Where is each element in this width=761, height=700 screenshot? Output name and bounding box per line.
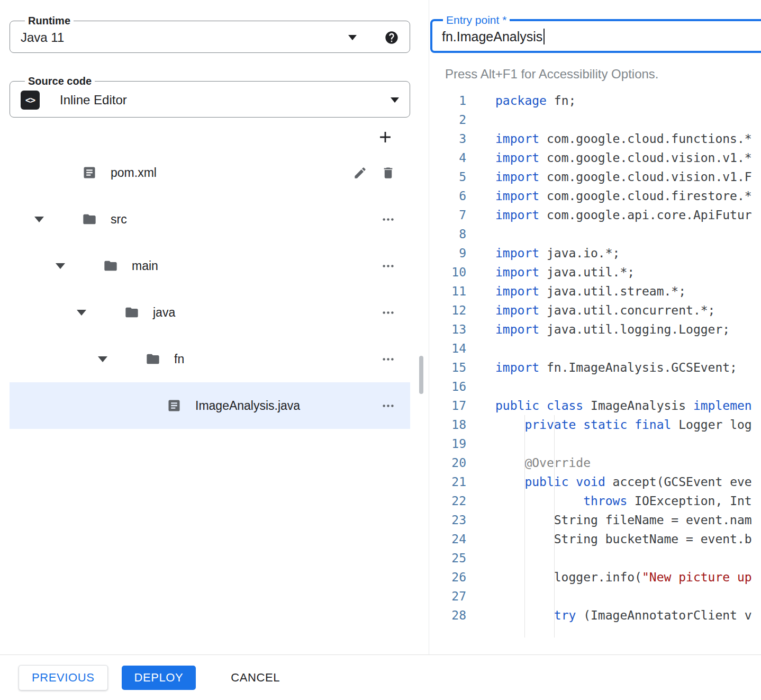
code-line: 12import java.util.concurrent.*; bbox=[429, 301, 761, 320]
entry-point-input[interactable]: fn.ImageAnalysis bbox=[442, 29, 542, 44]
tree-row-imageanalysis-java[interactable]: ImageAnalysis.java bbox=[10, 382, 410, 429]
runtime-value[interactable]: Java 11 bbox=[21, 30, 348, 45]
line-number: 1 bbox=[429, 91, 466, 110]
line-number: 22 bbox=[429, 491, 466, 510]
source-panel: Runtime Java 11 Source code <> Inline Ed… bbox=[0, 0, 429, 654]
help-icon[interactable] bbox=[384, 30, 399, 45]
line-number: 17 bbox=[429, 396, 466, 415]
expand-arrow-icon[interactable] bbox=[34, 217, 44, 222]
folder-icon bbox=[146, 352, 160, 366]
expand-arrow-icon[interactable] bbox=[77, 310, 86, 316]
more-options-icon[interactable] bbox=[381, 212, 395, 227]
edit-icon[interactable] bbox=[353, 166, 367, 180]
code-line: 14 bbox=[429, 339, 761, 358]
line-number: 19 bbox=[429, 434, 466, 453]
line-number: 5 bbox=[429, 167, 466, 186]
code-line: 8 bbox=[429, 225, 761, 244]
code-line: 2 bbox=[429, 110, 761, 129]
code-line: 1package fn; bbox=[429, 91, 761, 110]
code-line: 24 String bucketName = event.b bbox=[429, 530, 761, 549]
code-line: 13import java.util.logging.Logger; bbox=[429, 320, 761, 339]
previous-button[interactable]: PREVIOUS bbox=[19, 665, 108, 690]
text-cursor bbox=[543, 29, 545, 44]
line-number: 3 bbox=[429, 129, 466, 148]
tree-item-label: main bbox=[132, 259, 158, 273]
file-icon bbox=[167, 398, 182, 413]
line-number: 6 bbox=[429, 186, 466, 205]
action-bar: PREVIOUS DEPLOY CANCEL bbox=[0, 654, 761, 700]
chevron-down-icon[interactable] bbox=[348, 35, 357, 40]
tree-row-pom-xml[interactable]: pom.xml bbox=[10, 149, 410, 196]
inline-editor-icon: <> bbox=[21, 91, 40, 110]
code-line: 21 public void accept(GCSEvent eve bbox=[429, 472, 761, 491]
line-number: 24 bbox=[429, 530, 466, 549]
line-number: 15 bbox=[429, 358, 466, 377]
code-editor[interactable]: Press Alt+F1 for Accessibility Options. … bbox=[429, 67, 761, 625]
line-number: 4 bbox=[429, 148, 466, 167]
entry-point-label: Entry point * bbox=[443, 14, 510, 26]
code-line: 4import com.google.cloud.vision.v1.* bbox=[429, 148, 761, 167]
folder-icon bbox=[82, 212, 97, 227]
line-number: 2 bbox=[429, 110, 466, 129]
line-number: 13 bbox=[429, 320, 466, 339]
expand-arrow-icon[interactable] bbox=[56, 263, 65, 269]
entry-point-field[interactable]: Entry point * fn.ImageAnalysis bbox=[430, 14, 761, 53]
code-line: 10import java.util.*; bbox=[429, 263, 761, 282]
tree-row-src[interactable]: src bbox=[10, 196, 410, 243]
indent-guide bbox=[524, 415, 525, 638]
code-line: 9import java.io.*; bbox=[429, 244, 761, 263]
line-number: 11 bbox=[429, 282, 466, 301]
line-number: 10 bbox=[429, 263, 466, 282]
code-line: 6import com.google.cloud.firestore.* bbox=[429, 186, 761, 205]
source-code-label: Source code bbox=[25, 75, 95, 87]
file-icon bbox=[82, 165, 97, 180]
add-file-icon[interactable] bbox=[376, 128, 394, 146]
line-number: 27 bbox=[429, 587, 466, 606]
code-area[interactable]: 1package fn;23import com.google.cloud.fu… bbox=[429, 91, 761, 625]
code-line: 20 @Override bbox=[429, 453, 761, 472]
folder-icon bbox=[124, 305, 139, 320]
delete-icon[interactable] bbox=[381, 166, 395, 180]
source-code-value[interactable]: Inline Editor bbox=[60, 93, 391, 107]
code-line: 27 bbox=[429, 587, 761, 606]
chevron-down-icon[interactable] bbox=[391, 97, 399, 103]
more-options-icon[interactable] bbox=[381, 306, 395, 320]
line-number: 8 bbox=[429, 225, 466, 244]
deploy-button[interactable]: DEPLOY bbox=[122, 666, 196, 690]
tree-row-fn[interactable]: fn bbox=[10, 336, 410, 382]
line-number: 23 bbox=[429, 510, 466, 530]
tree-item-label: java bbox=[153, 306, 175, 320]
tree-row-java[interactable]: java bbox=[10, 289, 410, 336]
tree-item-label: ImageAnalysis.java bbox=[195, 399, 300, 413]
code-line: 19 bbox=[429, 434, 761, 453]
code-line: 26 logger.info("New picture up bbox=[429, 568, 761, 587]
line-number: 9 bbox=[429, 244, 466, 263]
line-number: 20 bbox=[429, 453, 466, 472]
more-options-icon[interactable] bbox=[381, 399, 395, 413]
line-number: 7 bbox=[429, 205, 466, 225]
tree-item-label: src bbox=[111, 212, 127, 227]
tree-item-label: fn bbox=[174, 352, 184, 366]
runtime-label: Runtime bbox=[25, 15, 74, 27]
line-number: 26 bbox=[429, 568, 466, 587]
code-line: 11import java.util.stream.*; bbox=[429, 282, 761, 301]
code-line: 15import fn.ImageAnalysis.GCSEvent; bbox=[429, 358, 761, 377]
line-number: 18 bbox=[429, 415, 466, 434]
file-tree: pom.xml src bbox=[10, 149, 410, 429]
line-number: 28 bbox=[429, 606, 466, 625]
code-line: 18 private static final Logger log bbox=[429, 415, 761, 434]
code-line: 22 throws IOException, Int bbox=[429, 491, 761, 510]
more-options-icon[interactable] bbox=[381, 352, 395, 366]
source-code-select[interactable]: Source code <> Inline Editor bbox=[10, 75, 410, 118]
line-number: 14 bbox=[429, 339, 466, 358]
more-options-icon[interactable] bbox=[381, 259, 395, 273]
runtime-select[interactable]: Runtime Java 11 bbox=[10, 15, 410, 53]
cancel-button[interactable]: CANCEL bbox=[218, 666, 293, 690]
line-number: 25 bbox=[429, 549, 466, 568]
expand-arrow-icon[interactable] bbox=[98, 356, 107, 362]
folder-icon bbox=[103, 258, 118, 273]
code-line: 16 bbox=[429, 377, 761, 396]
line-number: 12 bbox=[429, 301, 466, 320]
tree-row-main[interactable]: main bbox=[10, 243, 410, 289]
scrollbar-thumb[interactable] bbox=[419, 356, 423, 394]
